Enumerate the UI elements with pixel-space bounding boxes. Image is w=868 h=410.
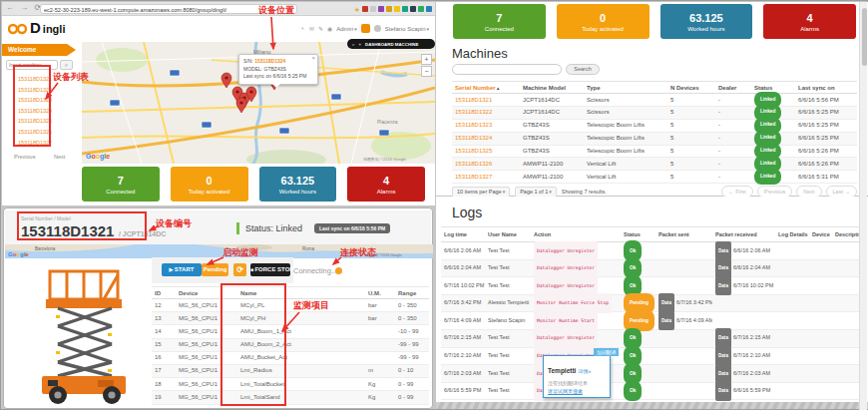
scissor-lift-image	[20, 263, 145, 406]
browser-address-bar: ← → ⟳ ec2-52-30-223-189.eu-west-1.comput…	[2, 2, 435, 16]
extension-icon[interactable]	[418, 6, 424, 12]
plus-icon[interactable]: ＋	[299, 24, 305, 33]
extension-icon[interactable]	[426, 6, 432, 12]
machine-row[interactable]: 153118D1321JCPT1614DCScissors5-Linked6/6…	[452, 94, 857, 107]
device-list-previous[interactable]: Previous	[14, 154, 35, 160]
monitor-table-row[interactable]: 16MG_56_CPU1AMU_Bucket_Act-99 - 99	[152, 352, 429, 365]
notification-badge[interactable]	[361, 24, 370, 33]
extension-icon[interactable]	[410, 6, 416, 12]
dashboard-macchine-button[interactable]: ⌕ ＋ DASHBOARD MACCHINE	[347, 39, 435, 49]
force-stop-button[interactable]: FORCE STOP	[250, 263, 290, 276]
popup-lastsync: Last sync on 6/6/16 5:25 PM	[243, 73, 313, 81]
bookmark-star-icon[interactable]: ★	[354, 6, 360, 13]
page-dropdown[interactable]: Page 1 of 1	[515, 187, 557, 198]
extension-icon[interactable]	[402, 6, 408, 12]
popup-sn-line: S/N: 153118D1324	[243, 58, 313, 66]
machine-type: Vertical Lift	[584, 158, 667, 171]
machine-serial-link[interactable]: 153118D1326	[452, 158, 520, 171]
monitor-table-row[interactable]: 19MG_56_CPU1Lmi_TotalSandKg0 - 99	[152, 391, 429, 404]
stat-label: Today activated	[189, 189, 230, 195]
log-time: 6/6/16 5:59 PM	[441, 382, 485, 400]
map-zoom-in-button[interactable]: +	[421, 54, 432, 65]
monitor-table-row[interactable]: 15MG_56_CPU1AMU_Boom_2_Act-99 - 99	[152, 339, 429, 352]
monitor-table-row[interactable]: 17MG_56_CPU1Lmi_Radiusm0 - 10	[152, 365, 429, 378]
browser-extensions[interactable]: ★	[354, 4, 432, 14]
machines-search-button[interactable]: Search	[566, 64, 600, 75]
machine-row[interactable]: 153118D1327AMWP11-2100Vertical Lift5-Lin…	[452, 171, 857, 184]
extension-icon[interactable]	[370, 6, 376, 12]
log-user: Test Test	[485, 382, 531, 400]
map-zoom-out-button[interactable]: −	[421, 66, 432, 77]
machine-row[interactable]: 153118D1325GTBZ43STelescopic Boom Lifts5…	[452, 146, 857, 159]
per-page-dropdown[interactable]: 10 items per Page	[452, 187, 510, 198]
machine-row[interactable]: 153118D1326AMWP11-2100Vertical Lift5-Lin…	[452, 158, 857, 171]
log-row[interactable]: 6/6/16 5:59 PMTest TestDatalogger Unregi…	[441, 383, 860, 401]
extension-icon[interactable]	[394, 6, 400, 12]
machine-serial-link[interactable]: 153118D1321	[452, 94, 520, 107]
start-button[interactable]: START	[162, 263, 202, 276]
popup-model: MODEL: GTBZ43S	[243, 66, 313, 74]
stat-card-alarms: 4Alarms	[763, 4, 856, 39]
tooltip-details-link[interactable]: 详情»	[578, 368, 591, 374]
monitor-table-row[interactable]: 13MG_56_CPU1MCyl_PHbar0 - 350	[152, 312, 429, 325]
machines-search-input[interactable]	[452, 64, 562, 75]
machine-serial-link[interactable]: 153118D1324	[452, 132, 520, 145]
monitor-table-row[interactable]: 14MG_56_CPU1AMU_Boom_1_Act-10 - 99	[152, 325, 429, 338]
monitor-cell: 0 - 350	[395, 299, 429, 312]
monitor-table-header: ID Device Name U.M. Range	[152, 287, 429, 299]
extension-icon[interactable]	[386, 6, 392, 12]
machine-serial-link[interactable]: 153118D1327	[452, 171, 520, 184]
user-menu[interactable]: Stefano Scapin	[385, 26, 429, 32]
popup-serial-link[interactable]: 153118D1324	[254, 58, 285, 64]
machine-row[interactable]: 153118D1324GTBZ43STelescopic Boom Lifts5…	[452, 133, 857, 146]
tooltip-web-search-link[interactable]: 请尝试网页搜索	[548, 388, 606, 394]
data-badge[interactable]: Data	[658, 311, 674, 331]
monitor-table-row[interactable]: 12MG_56_CPU1MCyl_PLbar0 - 350	[152, 299, 429, 312]
log-time: 6/7/16 4:09 AM	[441, 312, 485, 330]
strip-label-roma: Roma	[302, 246, 315, 251]
edit-icon[interactable]: ✎	[318, 25, 323, 32]
machine-n-devices: 5	[667, 119, 715, 132]
scrollbar[interactable]	[859, 2, 867, 410]
annotation-box-name-column	[220, 283, 286, 406]
data-badge[interactable]: Data	[715, 276, 731, 296]
stat-value: 0	[207, 175, 213, 187]
dashboard-macchine-label: DASHBOARD MACCHINE	[365, 42, 418, 47]
screenshot-stage: ← → ⟳ ec2-52-30-223-189.eu-west-1.comput…	[0, 0, 868, 410]
mail-icon[interactable]: ✉	[309, 25, 314, 32]
monitor-cell: Kg	[365, 378, 395, 391]
monitor-table-row[interactable]: 18MG_56_CPU1Lmi_TotalBucketKg0 - 99	[152, 378, 429, 391]
log-time: 6/6/16 2:06 AM	[441, 242, 485, 260]
monitor-controls: START Pending FORCE STOP	[152, 257, 293, 283]
close-icon[interactable]: ×	[311, 55, 315, 63]
machine-serial-link[interactable]: 153118D1323	[452, 119, 520, 132]
stat-value: 63.125	[689, 12, 723, 24]
log-user: Test Test	[485, 365, 531, 383]
refresh-button[interactable]	[233, 263, 246, 276]
browser-nav-buttons[interactable]: ← → ⟳	[6, 3, 43, 12]
scrollbar-thumb[interactable]	[862, 8, 867, 66]
translate-extension-tag[interactable]: 划词翻译	[594, 348, 619, 356]
machine-row[interactable]: 153118D1322JCPT1614DCScissors5-Linked6/6…	[452, 107, 857, 120]
record-icon[interactable]: ◉	[327, 25, 332, 32]
extension-icon[interactable]	[362, 6, 368, 12]
map-label-piacenza: Piacenza	[377, 119, 398, 125]
monitor-cell: 0 - 10	[395, 364, 429, 377]
annotation-monitoring-items: 监测项目	[293, 299, 329, 312]
panel-dashboard-browser: ← → ⟳ ec2-52-30-223-189.eu-west-1.comput…	[2, 2, 435, 205]
admin-menu[interactable]: Admin	[336, 26, 357, 32]
search-icon[interactable]: ⌕	[60, 60, 73, 70]
log-time: 6/7/16 2:03 AM	[441, 365, 485, 383]
machine-n-devices: 5	[667, 94, 715, 107]
stat-card-connected: 7Connected	[82, 167, 160, 202]
machines-table: Serial Number Machine Model Type N Devic…	[452, 81, 857, 184]
logs-title: Logs	[452, 205, 482, 220]
machine-serial-link[interactable]: 153118D1322	[452, 106, 520, 119]
stat-label: Worked hours	[279, 189, 316, 195]
sort-header-serial[interactable]: Serial Number	[452, 82, 520, 93]
device-list-next[interactable]: Next	[54, 154, 65, 160]
machine-serial-link[interactable]: 153118D1325	[452, 145, 520, 158]
data-badge[interactable]: Data	[715, 381, 731, 401]
machine-row[interactable]: 153118D1323GTBZ43STelescopic Boom Lifts5…	[452, 120, 857, 133]
extension-icon[interactable]	[378, 6, 384, 12]
